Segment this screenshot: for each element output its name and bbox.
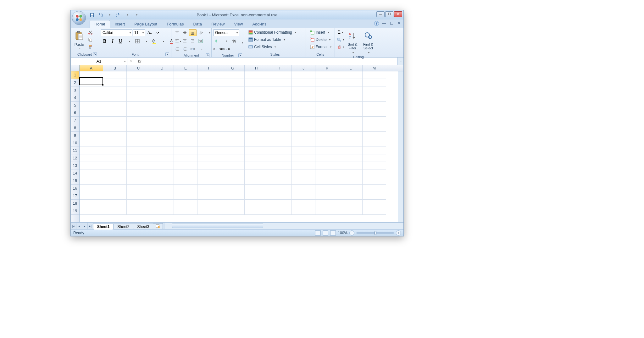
merge-center-icon[interactable]: [189, 46, 197, 53]
cell[interactable]: [339, 139, 363, 147]
tab-insert[interactable]: Insert: [110, 20, 130, 28]
wrap-text-icon[interactable]: [197, 37, 204, 44]
cell[interactable]: [150, 162, 174, 169]
tab-review[interactable]: Review: [207, 20, 230, 28]
cell[interactable]: [103, 109, 127, 117]
cell[interactable]: [150, 94, 174, 102]
cell[interactable]: [174, 109, 197, 117]
row-header[interactable]: 3: [71, 86, 79, 94]
cell[interactable]: [292, 147, 315, 154]
cell[interactable]: [315, 207, 339, 215]
cell[interactable]: [268, 86, 292, 94]
cell[interactable]: [363, 185, 386, 192]
cell[interactable]: [103, 177, 127, 185]
cell[interactable]: [315, 139, 339, 147]
row-header[interactable]: 7: [71, 117, 79, 124]
cell[interactable]: [245, 185, 268, 192]
cell[interactable]: [245, 124, 268, 132]
insert-cells-button[interactable]: Insert▾: [308, 29, 331, 36]
cut-icon[interactable]: [86, 29, 94, 36]
cell[interactable]: [268, 109, 292, 117]
column-header[interactable]: L: [339, 65, 363, 71]
cell[interactable]: [339, 192, 363, 200]
cell[interactable]: [363, 192, 386, 200]
cell[interactable]: [339, 71, 363, 79]
align-middle-icon[interactable]: [181, 29, 189, 36]
tab-home[interactable]: Home: [90, 20, 110, 28]
cell[interactable]: [363, 86, 386, 94]
cell[interactable]: [245, 102, 268, 109]
cell[interactable]: [363, 207, 386, 215]
clipboard-dialog-launcher[interactable]: ⬊: [93, 53, 97, 56]
cell[interactable]: [292, 117, 315, 124]
cell[interactable]: [268, 102, 292, 109]
undo-dropdown-icon[interactable]: ▾: [107, 12, 113, 18]
column-header[interactable]: J: [292, 65, 315, 71]
cell[interactable]: [292, 207, 315, 215]
cell[interactable]: [221, 132, 245, 139]
cell[interactable]: [103, 200, 127, 207]
cell[interactable]: [292, 94, 315, 102]
cell[interactable]: [197, 154, 221, 162]
cell[interactable]: [221, 154, 245, 162]
row-header[interactable]: 19: [71, 207, 79, 215]
cell[interactable]: [245, 94, 268, 102]
cell[interactable]: [339, 177, 363, 185]
cell[interactable]: [292, 177, 315, 185]
cell[interactable]: [127, 109, 150, 117]
cell[interactable]: [315, 185, 339, 192]
page-break-view-icon[interactable]: [330, 230, 336, 235]
prev-sheet-icon[interactable]: ◂: [76, 223, 82, 229]
cell[interactable]: [339, 185, 363, 192]
row-header[interactable]: 17: [71, 192, 79, 200]
cell[interactable]: [339, 132, 363, 139]
cell[interactable]: [315, 169, 339, 177]
cell[interactable]: [268, 154, 292, 162]
align-top-icon[interactable]: [173, 29, 181, 36]
cell[interactable]: [127, 207, 150, 215]
cell[interactable]: [363, 169, 386, 177]
zoom-out-icon[interactable]: −: [349, 230, 354, 235]
cell[interactable]: [292, 185, 315, 192]
cell[interactable]: [315, 147, 339, 154]
cell[interactable]: [197, 162, 221, 169]
cell[interactable]: [315, 124, 339, 132]
cell[interactable]: [245, 117, 268, 124]
cell[interactable]: [292, 124, 315, 132]
zoom-slider[interactable]: [356, 232, 394, 234]
borders-icon[interactable]: [134, 38, 141, 45]
fill-color-icon[interactable]: [151, 38, 158, 45]
cell[interactable]: [80, 154, 103, 162]
next-sheet-icon[interactable]: ▸: [82, 223, 88, 229]
cell[interactable]: [197, 79, 221, 86]
row-header[interactable]: 10: [71, 139, 79, 147]
cell[interactable]: [268, 132, 292, 139]
close-workbook-icon[interactable]: ✕: [397, 21, 402, 26]
cell[interactable]: [268, 94, 292, 102]
cell[interactable]: [127, 102, 150, 109]
cell[interactable]: [221, 109, 245, 117]
cell[interactable]: [150, 139, 174, 147]
cell[interactable]: [174, 117, 197, 124]
borders-dropdown[interactable]: ▾: [143, 38, 150, 45]
cell[interactable]: [339, 207, 363, 215]
cell[interactable]: [315, 162, 339, 169]
cell[interactable]: [363, 117, 386, 124]
cell[interactable]: [268, 185, 292, 192]
cell[interactable]: [80, 200, 103, 207]
sheet-tab[interactable]: Sheet1: [93, 224, 114, 230]
row-header[interactable]: 1: [71, 71, 79, 79]
cell[interactable]: [245, 109, 268, 117]
cell[interactable]: [103, 94, 127, 102]
cell[interactable]: [127, 94, 150, 102]
cell[interactable]: [315, 192, 339, 200]
cell[interactable]: [150, 192, 174, 200]
cell[interactable]: [103, 207, 127, 215]
increase-decimal-icon[interactable]: .0→.00: [214, 46, 221, 53]
cell[interactable]: [268, 169, 292, 177]
cell[interactable]: [150, 200, 174, 207]
cell[interactable]: [150, 154, 174, 162]
cell[interactable]: [80, 124, 103, 132]
cell[interactable]: [363, 124, 386, 132]
cell[interactable]: [103, 185, 127, 192]
